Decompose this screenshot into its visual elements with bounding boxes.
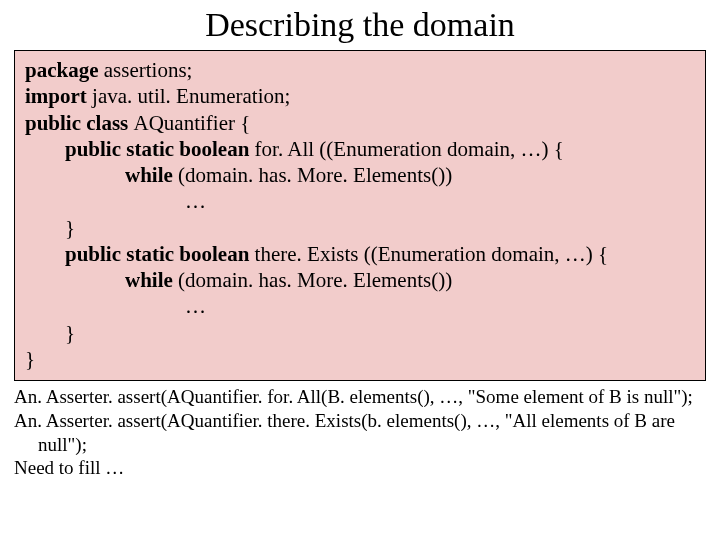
code-line: while (domain. has. More. Elements()) [25,267,695,293]
keyword-public-static-boolean: public static boolean [65,242,255,266]
code-block: package assertions; import java. util. E… [14,50,706,381]
code-text: } [65,321,75,345]
code-text: } [65,216,75,240]
code-line: public static boolean there. Exists ((En… [25,241,695,267]
keyword-package: package [25,58,104,82]
text-line: An. Asserter. assert(AQuantifier. for. A… [14,385,706,409]
code-line: public class AQuantifier { [25,110,695,136]
code-text: for. All ((Enumeration domain, …) { [255,137,564,161]
page-title: Describing the domain [0,6,720,44]
keyword-public-class: public class [25,111,134,135]
code-text: (domain. has. More. Elements()) [178,163,452,187]
code-text: } [25,347,35,371]
code-text: java. util. Enumeration; [92,84,290,108]
keyword-while: while [125,268,178,292]
code-line: while (domain. has. More. Elements()) [25,162,695,188]
code-line: import java. util. Enumeration; [25,83,695,109]
code-text: … [185,294,206,318]
code-text: … [185,189,206,213]
code-line: package assertions; [25,57,695,83]
code-line: public static boolean for. All ((Enumera… [25,136,695,162]
code-line: … [25,188,695,214]
text-line: Need to fill … [14,456,706,480]
code-line: } [25,215,695,241]
keyword-import: import [25,84,92,108]
code-text: (domain. has. More. Elements()) [178,268,452,292]
code-text: there. Exists ((Enumeration domain, …) { [255,242,609,266]
code-text: AQuantifier { [134,111,251,135]
code-line: … [25,293,695,319]
text-line: An. Asserter. assert(AQuantifier. there.… [14,409,706,457]
keyword-while: while [125,163,178,187]
code-line: } [25,320,695,346]
explanatory-text: An. Asserter. assert(AQuantifier. for. A… [14,385,706,480]
slide: { "title": "Describing the domain", "cod… [0,6,720,540]
code-line: } [25,346,695,372]
keyword-public-static-boolean: public static boolean [65,137,255,161]
code-text: assertions; [104,58,193,82]
